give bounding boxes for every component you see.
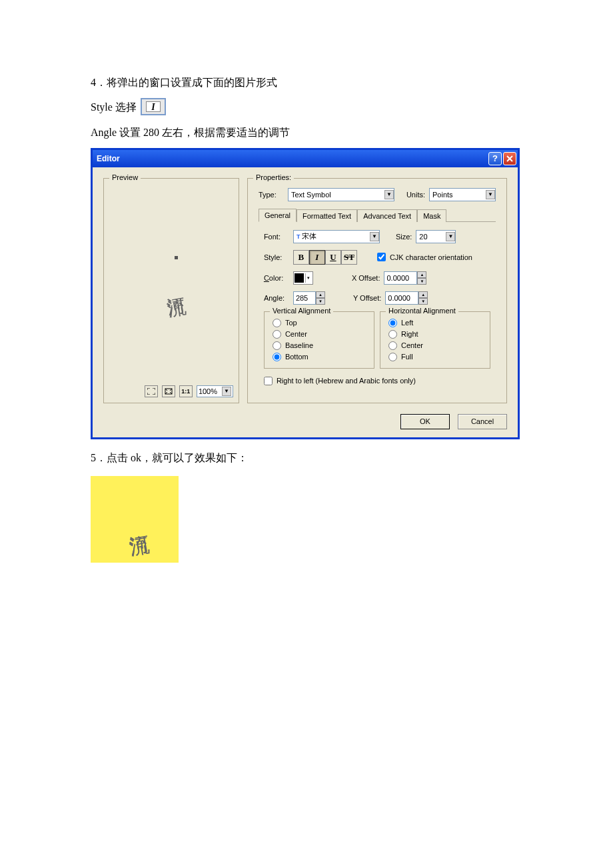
- result-text: 河流: [124, 517, 145, 521]
- halign-left-radio[interactable]: [388, 319, 397, 327]
- chevron-down-icon[interactable]: ▼: [418, 298, 428, 305]
- yoffset-stepper[interactable]: 0.0000 ▲▼: [385, 291, 428, 305]
- style-prefix: Style 选择: [91, 101, 137, 113]
- cjk-label: CJK character orientation: [390, 253, 472, 261]
- chevron-down-icon: ▾: [305, 273, 312, 283]
- valign-top-label: Top: [285, 319, 297, 327]
- bold-button[interactable]: B: [293, 250, 309, 265]
- chevron-down-icon: ▼: [222, 387, 231, 396]
- angle-value: 285: [293, 291, 316, 305]
- yoffset-value: 0.0000: [385, 291, 418, 305]
- chevron-down-icon: ▼: [486, 190, 495, 199]
- editor-dialog: Editor ? Preview 河流: [91, 148, 520, 439]
- truetype-icon: T: [297, 233, 301, 240]
- halign-left-label: Left: [401, 319, 413, 327]
- italic-style-icon: I: [141, 98, 166, 115]
- zoom-extent-icon[interactable]: [162, 385, 175, 397]
- xoffset-label: X Offset:: [352, 274, 380, 282]
- style-line: Style 选择 I: [91, 98, 522, 118]
- valign-legend: Vertical Alignment: [270, 307, 333, 315]
- zoom-fit-icon[interactable]: [145, 385, 158, 397]
- step-4-text: 4．将弹出的窗口设置成下面的图片形式: [91, 73, 522, 93]
- cjk-checkbox[interactable]: [377, 253, 386, 261]
- style-label: Style:: [264, 253, 289, 261]
- cancel-button[interactable]: Cancel: [458, 414, 507, 429]
- preview-canvas: 河流: [109, 184, 233, 381]
- units-value: Points: [432, 191, 453, 199]
- underline-button[interactable]: U: [325, 250, 341, 265]
- tab-formatted-text[interactable]: Formatted Text: [297, 209, 357, 222]
- preview-text: 河流: [161, 281, 181, 284]
- valign-baseline-label: Baseline: [285, 341, 313, 349]
- rtl-label: Right to left (Hebrew and Arabic fonts o…: [277, 377, 416, 385]
- type-select[interactable]: Text Symbol ▼: [288, 188, 394, 201]
- units-select[interactable]: Points ▼: [429, 188, 496, 201]
- size-label: Size:: [396, 233, 412, 241]
- halign-right-label: Right: [401, 330, 418, 338]
- valign-baseline-radio[interactable]: [273, 341, 281, 350]
- chevron-down-icon[interactable]: ▼: [417, 278, 426, 285]
- color-label: Color:: [264, 274, 289, 282]
- angle-label: Angle:: [264, 294, 289, 302]
- halign-legend: Horizontal Alignment: [386, 307, 458, 315]
- tab-advanced-text[interactable]: Advanced Text: [357, 209, 417, 222]
- ok-button[interactable]: OK: [400, 414, 450, 429]
- dialog-title: Editor: [97, 154, 120, 163]
- size-value: 20: [419, 233, 427, 241]
- chevron-up-icon[interactable]: ▲: [418, 291, 428, 298]
- italic-button[interactable]: I: [309, 250, 325, 265]
- halign-center-radio[interactable]: [388, 341, 397, 350]
- preview-group: Preview 河流 1:1 100% ▼: [103, 178, 239, 403]
- units-label: Units:: [406, 191, 425, 199]
- yoffset-label: Y Offset:: [353, 294, 381, 302]
- zoom-1to1-icon[interactable]: 1:1: [179, 385, 193, 397]
- anchor-dot-icon: [175, 256, 178, 259]
- properties-legend: Properties:: [253, 173, 294, 181]
- zoom-value: 100%: [199, 387, 217, 395]
- valign-top-radio[interactable]: [273, 319, 281, 327]
- strikethrough-button[interactable]: ST: [341, 250, 357, 265]
- tab-mask[interactable]: Mask: [417, 209, 446, 222]
- chevron-up-icon[interactable]: ▲: [316, 291, 325, 298]
- type-label: Type:: [259, 191, 284, 199]
- chevron-down-icon: ▼: [370, 232, 379, 241]
- color-swatch-icon: [295, 273, 304, 283]
- valign-bottom-label: Bottom: [285, 353, 308, 361]
- zoom-select[interactable]: 100% ▼: [197, 385, 233, 397]
- vertical-alignment-group: Vertical Alignment Top Center Baseline B…: [264, 311, 374, 369]
- angle-line: Angle 设置 280 左右，根据需要适当的调节: [91, 123, 522, 143]
- close-button[interactable]: [503, 152, 516, 165]
- titlebar: Editor ?: [93, 150, 518, 167]
- help-button[interactable]: ?: [488, 152, 502, 165]
- chevron-down-icon: ▼: [384, 190, 394, 199]
- valign-center-radio[interactable]: [273, 330, 281, 339]
- color-picker[interactable]: ▾: [293, 271, 313, 285]
- font-select[interactable]: T 宋体 ▼: [293, 230, 380, 243]
- font-value: 宋体: [302, 231, 316, 241]
- halign-full-radio[interactable]: [388, 353, 397, 361]
- properties-group: Properties: Type: Text Symbol ▼ Units: P…: [247, 178, 507, 403]
- chevron-down-icon: ▼: [446, 232, 455, 241]
- halign-full-label: Full: [401, 353, 413, 361]
- tab-bar: General Formatted Text Advanced Text Mas…: [259, 208, 496, 222]
- result-preview: 河流: [91, 476, 179, 563]
- valign-center-label: Center: [285, 330, 307, 338]
- angle-stepper[interactable]: 285 ▲▼: [293, 291, 325, 305]
- tab-general[interactable]: General: [259, 209, 297, 222]
- chevron-up-icon[interactable]: ▲: [417, 271, 426, 278]
- valign-bottom-radio[interactable]: [273, 353, 281, 361]
- chevron-down-icon[interactable]: ▼: [316, 298, 325, 305]
- type-value: Text Symbol: [291, 191, 331, 199]
- font-label: Font:: [264, 233, 289, 241]
- halign-center-label: Center: [401, 341, 423, 349]
- step-5-text: 5．点击 ok，就可以了效果如下：: [91, 449, 522, 468]
- rtl-checkbox[interactable]: [264, 377, 273, 385]
- preview-legend: Preview: [109, 173, 141, 181]
- xoffset-value: 0.0000: [384, 271, 417, 285]
- size-select[interactable]: 20 ▼: [416, 230, 456, 243]
- xoffset-stepper[interactable]: 0.0000 ▲▼: [384, 271, 426, 285]
- halign-right-radio[interactable]: [388, 330, 397, 339]
- horizontal-alignment-group: Horizontal Alignment Left Right Center F…: [380, 311, 490, 369]
